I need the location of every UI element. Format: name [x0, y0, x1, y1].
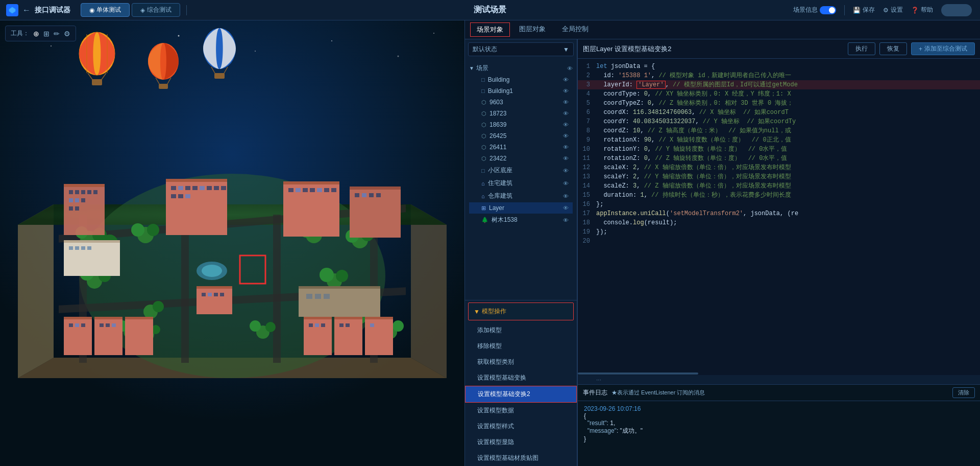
tab-scene-objects[interactable]: 场景对象	[470, 22, 510, 37]
code-line-1: 1 let jsonData = {	[578, 62, 980, 71]
save-button[interactable]: 💾 保存	[853, 6, 875, 14]
back-button[interactable]: ←	[22, 6, 31, 15]
svg-rect-109	[197, 286, 232, 314]
op-set-transform[interactable]: 设置模型基础变换	[465, 370, 577, 386]
op-add-model[interactable]: 添加模型	[465, 322, 577, 338]
svg-rect-133	[125, 317, 153, 355]
tree-item-18639[interactable]: ⬡ 18639 👁	[469, 119, 573, 130]
tab-unit-test[interactable]: ◉ 单体测试	[81, 3, 130, 17]
visibility-icon[interactable]: 👁	[563, 155, 569, 161]
add-to-composite-button[interactable]: + 添加至综合测试	[911, 42, 975, 55]
tool-crosshair-icon[interactable]: ⊕	[33, 30, 39, 38]
svg-rect-82	[185, 194, 190, 198]
op-set-texture[interactable]: 设置模型基础材质贴图	[465, 450, 577, 466]
tool-settings-icon[interactable]: ⚙	[64, 30, 70, 38]
app-title: 接口调试器	[35, 6, 70, 15]
svg-point-2	[51, 45, 52, 46]
tree-section-scene: ▼ 场景 👁 □ Building 👁 □ Building1	[465, 59, 577, 229]
svg-point-7	[398, 56, 399, 57]
restore-button[interactable]: 恢复	[879, 42, 907, 55]
svg-rect-66	[75, 198, 79, 202]
community-icon: □	[481, 168, 485, 174]
op-set-visibility[interactable]: 设置模型显隐	[465, 434, 577, 450]
operations-section: ▼ 模型操作 添加模型 移除模型 获取模型类别 设置模型基础变换	[465, 300, 577, 466]
execute-button[interactable]: 执行	[848, 42, 875, 55]
svg-point-44	[131, 223, 144, 237]
tree-item-layer[interactable]: ⊞ Layer 👁	[469, 202, 573, 214]
tree-item-residential[interactable]: ⌂ 住宅建筑 👁	[469, 177, 573, 190]
svg-rect-97	[376, 193, 381, 197]
svg-rect-62	[81, 190, 85, 194]
visibility-icon[interactable]: 👁	[563, 88, 569, 94]
scene-info-toggle[interactable]: 场景信息	[793, 6, 836, 14]
scrollbar-thumb[interactable]	[578, 372, 698, 375]
code-editor[interactable]: 1 let jsonData = { 2 id: '15388 1', // 模…	[578, 59, 980, 372]
tree-item-26411[interactable]: ⬡ 26411 👁	[469, 142, 573, 153]
svg-point-5	[255, 51, 256, 52]
svg-rect-60	[69, 190, 73, 194]
model-ops-header[interactable]: ▼ 模型操作	[468, 302, 574, 320]
scene-info-switch[interactable]	[820, 6, 836, 14]
tree-item-warehouse[interactable]: ⌂ 仓库建筑 👁	[469, 190, 573, 202]
tree-item-9603[interactable]: ⬡ 9603 👁	[469, 97, 573, 108]
op-remove-model[interactable]: 移除模型	[465, 338, 577, 354]
op-set-transform2[interactable]: 设置模型基础变换2	[465, 386, 577, 403]
model-icon: ⬡	[481, 99, 486, 106]
tree-item-26425[interactable]: ⬡ 26425 👁	[469, 130, 573, 142]
op-set-model-style[interactable]: 设置模型样式	[465, 418, 577, 434]
visibility-icon[interactable]: 👁	[563, 205, 569, 211]
state-selector[interactable]: 默认状态 ▼	[468, 42, 574, 56]
log-timestamp: 2023-09-26 10:07:16	[584, 405, 974, 412]
svg-rect-152	[370, 323, 374, 327]
tab-global-control[interactable]: 全局控制	[554, 20, 597, 39]
toolbar: 工具： ⊕ ⊞ ✏ ⚙	[5, 26, 76, 41]
svg-point-51	[336, 270, 348, 282]
tree-item-building[interactable]: □ Building 👁	[469, 74, 573, 85]
visibility-icon[interactable]: 👁	[563, 77, 569, 83]
help-button[interactable]: ❓ 帮助	[911, 6, 933, 14]
visibility-icon[interactable]: 👁	[563, 193, 569, 199]
scene-eye-icon[interactable]: 👁	[567, 65, 573, 72]
clear-log-button[interactable]: 清除	[952, 387, 975, 398]
svg-rect-150	[339, 323, 344, 327]
code-line-19: 19 });	[578, 227, 980, 237]
scene-section-header[interactable]: ▼ 场景 👁	[469, 62, 573, 74]
tree-item-23422[interactable]: ⬡ 23422 👁	[469, 153, 573, 164]
svg-rect-134	[125, 317, 153, 319]
tree-item-18723[interactable]: ⬡ 18723 👁	[469, 108, 573, 119]
building-model-icon: □	[481, 77, 485, 83]
code-line-7: 7 coordY: 40.08345031322037, // Y 轴坐标 //…	[578, 117, 980, 126]
tab-composite-test[interactable]: ◈ 综合测试	[132, 3, 180, 17]
svg-rect-146	[365, 317, 393, 319]
svg-rect-96	[369, 193, 374, 197]
tab-layer-objects[interactable]: 图层对象	[511, 20, 554, 39]
svg-rect-105	[299, 286, 380, 289]
visibility-icon[interactable]: 👁	[563, 133, 569, 139]
visibility-icon[interactable]: 👁	[563, 99, 569, 105]
svg-rect-108	[324, 294, 330, 299]
svg-rect-110	[197, 286, 232, 289]
svg-rect-131	[94, 317, 122, 355]
right-panel: 场景对象 图层对象 全局控制 默认状态 ▼ ▼	[464, 20, 980, 466]
save-icon: 💾	[853, 7, 861, 14]
code-header: 图层Layer 设置模型基础变换2 执行 恢复 + 添加至综合测试	[578, 39, 980, 59]
code-line-14: 14 scaleZ: 3, // Z 轴缩放倍数（单位：倍），对应场景发布时模型	[578, 181, 980, 191]
settings-button[interactable]: ⚙ 设置	[883, 6, 903, 14]
tool-select-icon[interactable]: ⊞	[43, 30, 50, 38]
svg-rect-87	[303, 188, 308, 192]
svg-point-8	[433, 33, 434, 34]
visibility-icon[interactable]: 👁	[563, 144, 569, 150]
tree-item-building1[interactable]: □ Building1 👁	[469, 85, 573, 97]
visibility-icon[interactable]: 👁	[563, 168, 569, 174]
svg-rect-77	[207, 186, 212, 190]
tree-item-tree1538[interactable]: 🌲 树木1538 👁	[469, 214, 573, 226]
op-get-model-type[interactable]: 获取模型类别	[465, 354, 577, 370]
tree-item-community[interactable]: □ 小区底座 👁	[469, 164, 573, 177]
visibility-icon[interactable]: 👁	[563, 122, 569, 128]
visibility-icon[interactable]: 👁	[563, 217, 569, 223]
visibility-icon[interactable]: 👁	[563, 180, 569, 187]
visibility-icon[interactable]: 👁	[563, 110, 569, 116]
tool-draw-icon[interactable]: ✏	[54, 30, 60, 38]
op-set-model-data[interactable]: 设置模型数据	[465, 403, 577, 418]
svg-rect-136	[75, 323, 79, 327]
